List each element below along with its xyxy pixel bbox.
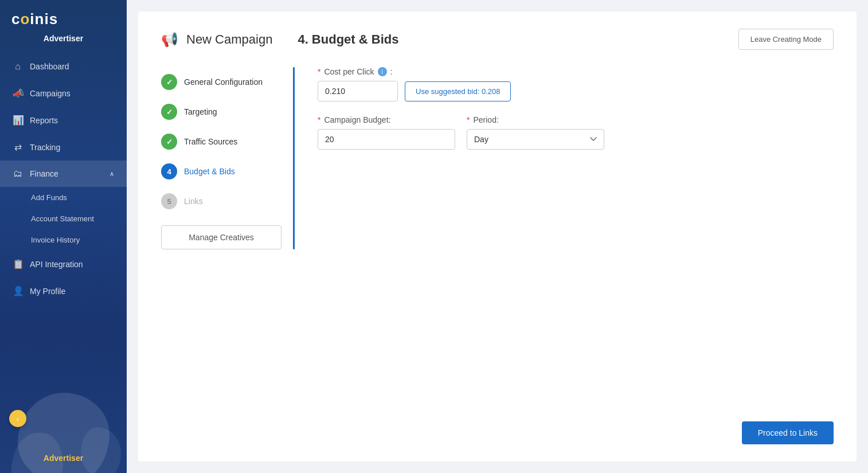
sidebar-item-account-statement[interactable]: Account Statement [0, 208, 127, 229]
sidebar-item-tracking[interactable]: ⇄ Tracking [0, 134, 127, 161]
budget-period-row: * Campaign Budget: * Period: Day [318, 115, 834, 150]
sidebar-item-invoice-history[interactable]: Invoice History [0, 229, 127, 251]
tracking-icon: ⇄ [13, 142, 23, 153]
step-1-label: General Configuration [184, 77, 263, 87]
step-title: 4. Budget & Bids [298, 32, 398, 47]
proceed-to-links-button[interactable]: Proceed to Links [742, 421, 834, 444]
step-4-label: Budget & Bids [184, 167, 235, 176]
sidebar-item-campaigns[interactable]: 📣 Campaigns [0, 80, 127, 107]
logo-area: coinis [0, 0, 127, 34]
step-budget-bids[interactable]: 4 Budget & Bids [161, 157, 281, 186]
step-1-circle [161, 74, 177, 90]
budget-label: * Campaign Budget: [318, 115, 455, 124]
suggested-bid-button[interactable]: Use suggested bid: 0.208 [405, 81, 511, 101]
add-funds-label: Add Funds [31, 193, 67, 202]
title-group: 📢 New Campaign 4. Budget & Bids [161, 32, 398, 48]
sidebar-item-add-funds[interactable]: Add Funds [0, 187, 127, 208]
cpc-row: * Cost per Click i : Use suggested bid: … [318, 67, 834, 101]
account-statement-label: Account Statement [31, 214, 94, 223]
sidebar-item-label: API Integration [30, 260, 114, 269]
step-links[interactable]: 5 Links [161, 186, 281, 216]
step-divider [293, 67, 295, 249]
colon-text: : [390, 67, 393, 76]
megaphone-icon: 📢 [161, 32, 178, 48]
api-icon: 📋 [13, 259, 23, 269]
step-3-label: Traffic Sources [184, 137, 237, 146]
sidebar: coinis Advertiser ⌂ Dashboard 📣 Campaign… [0, 0, 127, 473]
sidebar-collapse-button[interactable]: ‹ [9, 410, 26, 427]
step-3-circle [161, 134, 177, 150]
chevron-up-icon: ∧ [110, 170, 114, 178]
reports-icon: 📊 [13, 115, 23, 126]
leave-creating-mode-button[interactable]: Leave Creating Mode [738, 29, 834, 50]
cpc-input[interactable] [318, 81, 398, 101]
step-general-config[interactable]: General Configuration [161, 67, 281, 97]
main-panel: 📢 New Campaign 4. Budget & Bids Leave Cr… [138, 11, 857, 462]
cpc-input-row: Use suggested bid: 0.208 [318, 81, 834, 101]
period-group: * Period: Day Week Month Total [467, 115, 604, 150]
main-content: 📢 New Campaign 4. Budget & Bids Leave Cr… [127, 0, 868, 473]
campaigns-icon: 📣 [13, 88, 23, 99]
invoice-history-label: Invoice History [31, 236, 80, 244]
manage-creatives-button[interactable]: Manage Creatives [161, 225, 281, 249]
form-area: * Cost per Click i : Use suggested bid: … [318, 67, 834, 249]
budget-group: * Campaign Budget: [318, 115, 455, 150]
page-header: 📢 New Campaign 4. Budget & Bids Leave Cr… [161, 29, 834, 50]
collapse-icon: ‹ [17, 415, 19, 423]
sidebar-role: Advertiser [0, 34, 127, 53]
info-icon[interactable]: i [378, 67, 387, 76]
period-label: * Period: [467, 115, 604, 124]
required-indicator: * [318, 115, 320, 124]
sidebar-item-finance[interactable]: 🗂 Finance ∧ [0, 161, 127, 187]
sidebar-item-my-profile[interactable]: 👤 My Profile [0, 277, 127, 304]
finance-icon: 🗂 [13, 169, 23, 179]
step-targeting[interactable]: Targeting [161, 97, 281, 127]
sidebar-item-dashboard[interactable]: ⌂ Dashboard [0, 53, 127, 80]
steps-panel: General Configuration Targeting Traffic … [161, 67, 293, 249]
checkmark-icon [166, 138, 173, 146]
page-title: New Campaign [186, 32, 272, 47]
step-2-circle [161, 104, 177, 120]
required-indicator: * [467, 115, 470, 124]
budget-period-inputs: * Campaign Budget: * Period: Day [318, 115, 834, 150]
dashboard-icon: ⌂ [13, 61, 23, 72]
step-4-circle: 4 [161, 163, 177, 179]
required-indicator: * [318, 67, 320, 76]
sidebar-item-api-integration[interactable]: 📋 API Integration [0, 251, 127, 277]
step-traffic-sources[interactable]: Traffic Sources [161, 127, 281, 157]
sidebar-item-reports[interactable]: 📊 Reports [0, 107, 127, 134]
budget-label-text: Campaign Budget: [324, 115, 390, 124]
step-2-label: Targeting [184, 107, 217, 116]
sidebar-item-label: Dashboard [30, 62, 114, 71]
sidebar-item-label: Tracking [30, 143, 114, 152]
cpc-label: * Cost per Click i : [318, 67, 834, 76]
content-layout: General Configuration Targeting Traffic … [161, 67, 834, 249]
brand-logo: coinis [11, 10, 58, 28]
cpc-label-text: Cost per Click [324, 67, 374, 76]
checkmark-icon [166, 78, 173, 87]
step-5-circle: 5 [161, 193, 177, 209]
budget-input[interactable] [318, 129, 455, 150]
checkmark-icon [166, 108, 173, 116]
sidebar-item-label: Campaigns [30, 89, 114, 98]
sidebar-item-label: Finance [30, 169, 103, 178]
step-5-label: Links [184, 197, 203, 206]
period-select[interactable]: Day Week Month Total [467, 129, 604, 150]
advertiser-bottom-label: Advertiser [0, 454, 127, 463]
profile-icon: 👤 [13, 286, 23, 296]
sidebar-item-label: Reports [30, 116, 114, 125]
sidebar-item-label: My Profile [30, 287, 114, 296]
period-label-text: Period: [473, 115, 498, 124]
